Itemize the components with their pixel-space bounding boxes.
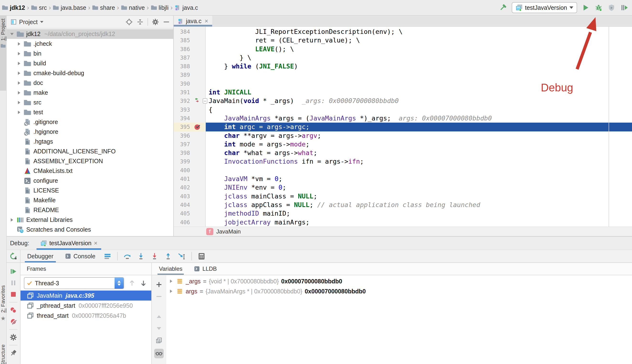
tree-item-bin[interactable]: bin [7,49,173,58]
thread-selector[interactable]: Thread-3 [24,277,124,289]
breadcrumb-item-jdk12[interactable]: jdk12 [2,4,25,11]
code-line-387[interactable]: 387 } \ [174,54,632,62]
move-down-icon[interactable] [155,325,163,332]
tree-item-jcheck[interactable]: .jcheck [7,39,173,49]
resume-icon[interactable] [10,268,17,275]
collapse-all-icon[interactable] [137,18,144,26]
tab-debugger[interactable]: Debugger [23,250,58,262]
editor-tab-java-c[interactable]: c java.c × [174,16,212,26]
stripe-tab-structure[interactable]: Structure [0,342,6,364]
stack-frame-javamain[interactable]: JavaMainjava.c:395 [21,290,151,300]
tree-item-additional-license-info[interactable]: ADDITIONAL_LICENSE_INFO [7,146,173,156]
stop-icon[interactable] [10,290,17,298]
code-line-392[interactable]: 392JavaMain(void * _args) _args: 0x00007… [174,96,632,105]
settings-icon[interactable] [10,334,17,341]
chevron-down-icon[interactable] [9,33,15,35]
tree-item-test[interactable]: test [7,107,173,117]
mute-breakpoints-icon[interactable] [10,318,17,325]
chevron-right-icon[interactable] [16,72,23,75]
locate-icon[interactable] [126,18,133,26]
chevron-right-icon[interactable] [170,290,172,293]
chevron-right-icon[interactable] [16,101,23,104]
tree-item-cmake-build-debug[interactable]: cmake-build-debug [7,68,173,78]
chevron-right-icon[interactable] [16,91,23,94]
code-line-384[interactable]: 384 JLI_ReportExceptionDescription(env);… [174,28,632,36]
code-line-397[interactable]: 397 int mode = args->mode; [174,140,632,148]
code-line-396[interactable]: 396 char **argv = args->argv; [174,132,632,140]
build-hammer-icon[interactable] [499,4,507,12]
tree-item-jdk12[interactable]: jdk12~/data/clion_projects/jdk12 [7,29,173,39]
stack-frame-thread-start[interactable]: thread_start0x00007fff2056a47b [21,310,151,320]
fold-marker-icon[interactable] [203,98,207,104]
tree-item-src[interactable]: src [7,98,173,107]
run-to-cursor-icon[interactable] [178,252,186,260]
run-icon[interactable] [582,4,589,12]
view-breakpoints-icon[interactable] [10,306,17,314]
run-configuration-select[interactable]: testJavaVersion [512,2,577,13]
previous-frame-icon[interactable] [128,280,136,287]
code-line-386[interactable]: 386 LEAVE(); \ [174,45,632,54]
breadcrumb-item-src[interactable]: src [31,4,47,11]
rerun-icon[interactable] [9,252,18,260]
step-out-icon[interactable] [164,252,172,260]
chevron-right-icon[interactable] [16,62,23,65]
tree-item-hgtags[interactable]: .hgtags [7,137,173,146]
code-line-404[interactable]: 404 jclass appClass = NULL; // actual ap… [174,200,632,209]
chevron-right-icon[interactable] [16,42,23,46]
code-line-385[interactable]: 385 ret = (CEL_return_value); \ [174,36,632,44]
tab-variables[interactable]: Variables [158,263,184,275]
tree-item-cmakelists-txt[interactable]: CMakeLists.txt [7,166,173,176]
chevron-right-icon[interactable] [170,280,172,283]
variable-row-args[interactable]: args={JavaMainArgs * | 0x7000080bbdb0}0x… [166,286,632,296]
chevron-right-icon[interactable] [16,52,23,55]
code-line-405[interactable]: 405 jmethodID mainID; [174,209,632,218]
tree-item-configure[interactable]: configure [7,176,173,186]
tree-item-external-libraries[interactable]: External Libraries [7,215,173,225]
coverage-icon[interactable] [608,4,615,12]
add-watch-icon[interactable] [155,281,163,288]
code-line-398[interactable]: 398 char *what = args->what; [174,148,632,157]
chevron-right-icon[interactable] [9,218,15,222]
chevron-right-icon[interactable] [16,111,23,114]
code-line-388[interactable]: 388 } while (JNI_FALSE) [174,62,632,70]
next-frame-icon[interactable] [140,280,147,287]
force-step-into-icon[interactable] [151,252,159,260]
close-icon[interactable]: × [94,240,97,247]
code-line-400[interactable]: 400 [174,166,632,174]
code-area[interactable]: 384 JLI_ReportExceptionDescription(env);… [174,27,632,226]
tree-item-hgignore[interactable]: .hgignore [7,127,173,137]
hide-icon[interactable] [163,18,170,26]
duplicate-icon[interactable] [155,337,163,344]
tree-item-make[interactable]: make [7,88,173,98]
project-panel-title[interactable]: Project [19,18,38,26]
step-over-icon[interactable] [123,252,131,260]
debug-icon[interactable] [595,4,602,12]
stripe-tab-favorites[interactable]: 2: Favorites ★ [0,282,6,325]
thread-stepper-icon[interactable] [115,278,124,288]
breadcrumb-item-native[interactable]: native [121,4,145,11]
tree-item-gitignore[interactable]: .gitignore [7,117,173,127]
variable-row-args[interactable]: _args={void * | 0x7000080bbdb0}0x0000700… [166,276,632,286]
breadcrumb-item-java-base[interactable]: java.base [53,4,86,11]
tree-item-scratches-and-consoles[interactable]: Scratches and Consoles [7,225,173,234]
tree-item-assembly-exception[interactable]: ASSEMBLY_EXCEPTION [7,156,173,166]
pin-icon[interactable] [10,349,17,357]
pause-icon[interactable] [10,279,17,287]
code-line-403[interactable]: 403 jclass mainClass = NULL; [174,192,632,200]
code-line-399[interactable]: 399 InvocationFunctions ifn = args->ifn; [174,157,632,166]
layout-icon[interactable] [104,252,112,260]
tree-item-doc[interactable]: doc [7,78,173,88]
chevron-right-icon[interactable] [16,81,23,85]
evaluate-icon[interactable] [198,252,206,260]
stack-frame-pthread-start[interactable]: _pthread_start0x00007fff2056e950 [21,300,151,310]
code-line-395[interactable]: 395 int argc = args->argc; [174,122,632,131]
code-line-402[interactable]: 402 JNIEnv *env = 0; [174,183,632,192]
show-watches-icon[interactable] [154,349,164,358]
breadcrumb-item-libjli[interactable]: libjli [151,4,169,11]
breadcrumb-function[interactable]: JavaMain [216,228,241,235]
tree-item-build[interactable]: build [7,58,173,68]
code-line-401[interactable]: 401 JavaVM *vm = 0; [174,174,632,183]
breadcrumb-item-java-c[interactable]: cjava.c [175,4,198,11]
code-line-393[interactable]: 393{ [174,106,632,114]
breakpoint-check-icon[interactable] [194,123,201,130]
